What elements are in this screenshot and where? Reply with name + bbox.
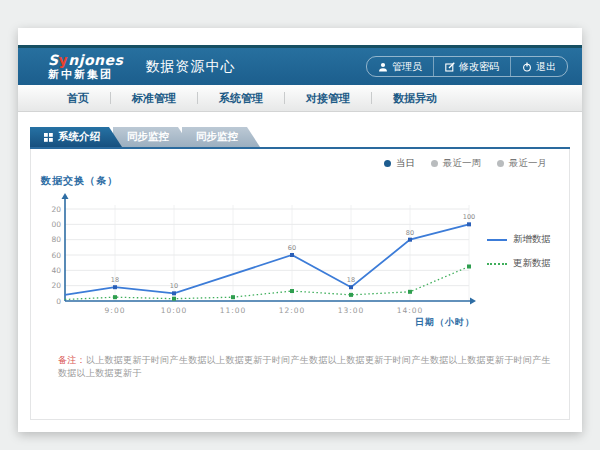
y-tick-label: 80 — [51, 235, 61, 244]
logo-wordmark: Synjones — [48, 53, 123, 67]
footnote-label: 备注： — [58, 355, 86, 365]
data-point[interactable] — [172, 297, 176, 301]
data-point[interactable] — [408, 290, 412, 294]
brand-logo[interactable]: Synjones 新中新集团 — [48, 53, 123, 80]
radio-dot-icon — [431, 160, 438, 167]
legend-label: 更新数据 — [513, 257, 551, 270]
app-window: Synjones 新中新集团 数据资源中心 管理员修改密码退出 首页标准管理系统… — [18, 28, 582, 432]
nav-item-4[interactable]: 对接管理 — [285, 85, 371, 111]
data-point[interactable] — [231, 295, 235, 299]
change-password-button[interactable]: 修改密码 — [433, 57, 510, 76]
legend-line-icon — [487, 263, 507, 265]
x-tick-label: 9:00 — [105, 306, 126, 315]
data-point-label: 18 — [111, 276, 119, 284]
footnote-text: 以上数据更新于时间产生数据以上数据更新于时间产生数据以上数据更新于时间产生数据以… — [58, 355, 551, 378]
data-point-label: 80 — [406, 229, 414, 237]
data-point[interactable] — [349, 285, 353, 289]
radio-dot-icon — [384, 160, 391, 167]
range-option-label: 最近一周 — [443, 157, 481, 170]
x-tick-label: 11:00 — [220, 306, 247, 315]
logout-button[interactable]: 退出 — [510, 57, 567, 76]
nav-item-3[interactable]: 系统管理 — [198, 85, 284, 111]
legend-item-1: 新增数据 — [487, 233, 551, 246]
app-header: Synjones 新中新集团 数据资源中心 管理员修改密码退出 — [18, 45, 582, 85]
range-option-label: 当日 — [396, 157, 415, 170]
desktop-background: Synjones 新中新集团 数据资源中心 管理员修改密码退出 首页标准管理系统… — [0, 0, 600, 450]
data-point[interactable] — [172, 291, 176, 295]
edit-icon — [445, 62, 455, 72]
data-point-label: 18 — [347, 276, 355, 284]
series-line-2 — [65, 267, 469, 300]
x-tick-label: 13:00 — [338, 306, 365, 315]
y-axis-arrow-icon — [62, 193, 69, 199]
nav-item-2[interactable]: 标准管理 — [111, 85, 197, 111]
data-point[interactable] — [467, 222, 471, 226]
legend-line-icon — [487, 239, 507, 241]
range-option-label: 最近一月 — [509, 157, 547, 170]
chart-panel: 当日最近一周最近一月 数据交换（条） 0204060801001209:0010… — [30, 149, 570, 420]
data-point[interactable] — [349, 293, 353, 297]
content-area: 系统介绍同步监控同步监控 当日最近一周最近一月 数据交换（条） 02040608… — [18, 113, 582, 432]
y-tick-label: 120 — [51, 205, 61, 214]
user-bar: 管理员修改密码退出 — [366, 56, 568, 77]
footnote: 备注：以上数据更新于时间产生数据以上数据更新于时间产生数据以上数据更新于时间产生… — [58, 354, 555, 380]
tab-label: 同步监控 — [196, 130, 238, 144]
tab-label: 系统介绍 — [58, 130, 100, 144]
user-menu-button[interactable]: 管理员 — [367, 57, 433, 76]
range-option-3[interactable]: 最近一月 — [497, 157, 547, 170]
radio-dot-icon — [497, 160, 504, 167]
logo-accent-letter: y — [59, 52, 69, 68]
power-icon — [522, 62, 532, 72]
legend-label: 新增数据 — [513, 233, 551, 246]
line-chart: 0204060801001209:0010:0011:0012:0013:001… — [51, 185, 491, 337]
data-point-label: 100 — [463, 213, 475, 221]
data-point-label: 60 — [288, 244, 296, 252]
change-password-label: 修改密码 — [459, 60, 499, 74]
chart-legend: 新增数据更新数据 — [487, 233, 551, 270]
range-filter: 当日最近一周最近一月 — [384, 157, 547, 170]
y-tick-label: 40 — [51, 266, 61, 275]
page-title: 数据资源中心 — [145, 58, 235, 76]
tab-bar: 系统介绍同步监控同步监控 — [30, 127, 251, 147]
data-point[interactable] — [290, 253, 294, 257]
tab-2[interactable]: 同步监控 — [113, 127, 191, 147]
user-menu-label: 管理员 — [392, 60, 422, 74]
user-icon — [378, 62, 388, 72]
data-point[interactable] — [113, 285, 117, 289]
data-point[interactable] — [467, 265, 471, 269]
x-tick-label: 10:00 — [161, 306, 188, 315]
tab-1[interactable]: 系统介绍 — [30, 127, 122, 147]
nav-item-5[interactable]: 数据异动 — [372, 85, 458, 111]
x-tick-label: 14:00 — [397, 306, 424, 315]
legend-item-2: 更新数据 — [487, 257, 551, 270]
y-tick-label: 0 — [56, 297, 61, 306]
tab-label: 同步监控 — [127, 130, 169, 144]
range-option-2[interactable]: 最近一周 — [431, 157, 481, 170]
x-tick-label: 12:00 — [279, 306, 306, 315]
logo-subtitle: 新中新集团 — [48, 69, 123, 80]
data-point[interactable] — [290, 289, 294, 293]
y-tick-label: 20 — [51, 281, 61, 290]
logout-label: 退出 — [536, 60, 556, 74]
y-tick-label: 100 — [51, 220, 61, 229]
data-point[interactable] — [408, 238, 412, 242]
tab-3[interactable]: 同步监控 — [182, 127, 260, 147]
main-nav: 首页标准管理系统管理对接管理数据异动 — [18, 85, 582, 112]
x-axis-title: 日期（小时） — [415, 317, 475, 327]
grid-icon — [44, 133, 53, 142]
data-point-label: 10 — [170, 282, 178, 290]
y-tick-label: 60 — [51, 251, 61, 260]
nav-item-1[interactable]: 首页 — [46, 85, 110, 111]
x-axis-arrow-icon — [470, 298, 476, 305]
range-option-1[interactable]: 当日 — [384, 157, 415, 170]
data-point[interactable] — [113, 295, 117, 299]
